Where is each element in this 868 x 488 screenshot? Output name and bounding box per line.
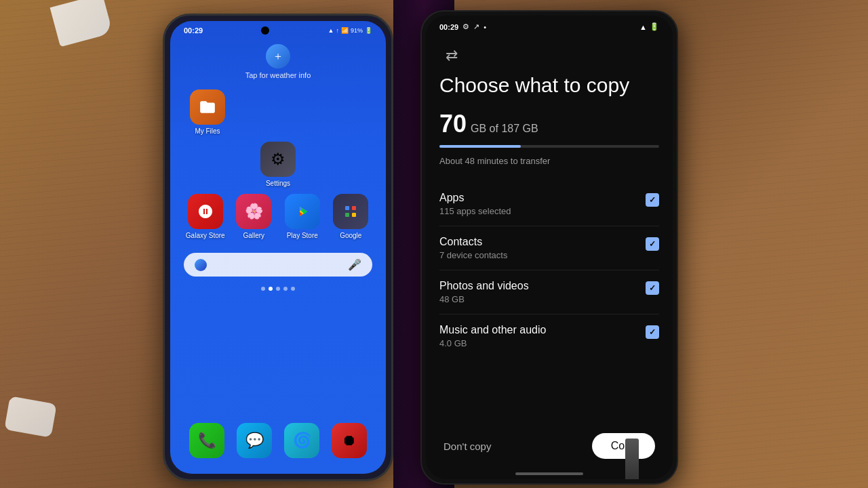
my-files-label: My Files	[195, 127, 220, 135]
weather-widget[interactable]: ＋ Tap for weather info	[170, 44, 386, 79]
camera-punch-hole	[261, 26, 269, 35]
copy-content: Choose what to copy 70 GB of 187 GB Abou…	[426, 73, 673, 358]
copy-item-apps[interactable]: Apps 115 apps selected	[439, 182, 659, 226]
svg-rect-2	[345, 213, 349, 217]
photos-checkbox[interactable]	[646, 281, 659, 295]
right-dot-icon: •	[484, 23, 486, 31]
google-label: Google	[340, 232, 361, 239]
dock: 📞 💬 🌀 ⏺	[170, 418, 386, 464]
left-phone-screen: 00:29 ▲ ↑ 📶 91% 🔋 ＋ Tap for weather info	[170, 21, 386, 474]
right-status-bar: 00:29 ⚙ ↗ • ▲ 🔋	[426, 16, 673, 35]
left-phone: 00:29 ▲ ↑ 📶 91% 🔋 ＋ Tap for weather info	[163, 14, 393, 481]
dock-messages[interactable]: 💬	[237, 423, 272, 458]
copy-item-apps-name: Apps	[439, 192, 511, 204]
app-settings[interactable]: ⚙ Settings	[254, 142, 302, 187]
left-status-time: 00:29	[184, 26, 203, 35]
copy-item-music-sub: 4.0 GB	[439, 338, 546, 348]
copy-item-contacts-sub: 7 device contacts	[439, 250, 507, 260]
app-galaxy-store[interactable]: Galaxy Store	[184, 194, 227, 239]
app-gallery[interactable]: 🌸 Gallery	[233, 194, 276, 239]
gallery-label: Gallery	[243, 232, 264, 239]
svg-rect-1	[352, 206, 356, 210]
mic-icon: 🎤	[348, 258, 361, 271]
page-dot-2	[269, 287, 273, 291]
progress-bar-fill	[439, 145, 521, 148]
svg-rect-0	[345, 206, 349, 210]
weather-icon: ＋	[266, 44, 290, 68]
dock-phone[interactable]: 📞	[189, 423, 224, 458]
copy-item-photos-sub: 48 GB	[439, 294, 529, 304]
app-grid-top: My Files	[170, 79, 386, 138]
left-status-bar: 00:29 ▲ ↑ 📶 91% 🔋	[170, 21, 386, 37]
copy-button[interactable]: Copy	[592, 433, 655, 459]
page-dot-4	[283, 287, 288, 291]
copy-title: Choose what to copy	[439, 73, 659, 98]
storage-row: 70 GB of 187 GB	[439, 110, 659, 138]
play-store-label: Play Store	[287, 232, 318, 239]
page-dot-3	[276, 287, 280, 291]
copy-item-photos[interactable]: Photos and videos 48 GB	[439, 270, 659, 314]
transfer-icon: ⇄	[439, 43, 464, 68]
progress-bar	[439, 145, 659, 148]
copy-item-photos-text: Photos and videos 48 GB	[439, 280, 529, 304]
copy-item-apps-text: Apps 115 apps selected	[439, 192, 511, 216]
settings-label: Settings	[266, 180, 290, 187]
gesture-bar	[515, 472, 583, 475]
transfer-icon-wrap: ⇄	[426, 35, 673, 73]
app-google[interactable]: Google	[330, 194, 373, 239]
gallery-icon: 🌸	[236, 194, 271, 229]
galaxy-store-icon	[188, 194, 223, 229]
play-store-icon	[285, 194, 320, 229]
svg-rect-3	[352, 213, 356, 217]
right-status-right: ▲ 🔋	[639, 22, 659, 31]
copy-item-music-text: Music and other audio 4.0 GB	[439, 324, 546, 348]
wifi-icon: ▲	[639, 23, 647, 31]
app-grid-mid: ⚙ Settings	[170, 138, 386, 190]
right-phone-screen: 00:29 ⚙ ↗ • ▲ 🔋 ⇄ Choose what to copy 70…	[426, 16, 673, 479]
dock-samsung-pass[interactable]: 🌀	[284, 423, 319, 458]
right-phone: 00:29 ⚙ ↗ • ▲ 🔋 ⇄ Choose what to copy 70…	[420, 10, 678, 485]
page-dot-5	[291, 287, 295, 291]
copy-item-contacts-text: Contacts 7 device contacts	[439, 236, 507, 260]
right-status-left: 00:29 ⚙ ↗ •	[439, 22, 486, 31]
copy-item-apps-sub: 115 apps selected	[439, 206, 511, 216]
storage-unit: GB of 187 GB	[471, 123, 538, 135]
dont-copy-button[interactable]: Don't copy	[443, 441, 491, 452]
copy-item-music-name: Music and other audio	[439, 324, 546, 336]
search-bar[interactable]: 🎤	[184, 253, 372, 277]
right-arrow-icon: ↗	[473, 22, 479, 31]
copy-item-photos-name: Photos and videos	[439, 280, 529, 292]
app-grid-bottom: Galaxy Store 🌸 Gallery	[170, 190, 386, 243]
battery-icon: 🔋	[650, 22, 659, 31]
storage-amount: 70	[439, 110, 467, 138]
google-icon	[333, 194, 368, 229]
my-files-icon	[190, 89, 225, 125]
dock-screen-rec[interactable]: ⏺	[332, 423, 367, 458]
settings-icon: ⚙	[260, 142, 296, 177]
app-play-store[interactable]: Play Store	[281, 194, 324, 239]
usb-cable	[625, 439, 639, 479]
galaxy-store-label: Galaxy Store	[186, 232, 225, 239]
page-dot-1	[261, 287, 265, 291]
right-settings-icon: ⚙	[462, 22, 469, 31]
copy-item-contacts[interactable]: Contacts 7 device contacts	[439, 226, 659, 270]
weather-label: Tap for weather info	[170, 71, 386, 79]
page-dots	[170, 287, 386, 291]
copy-item-music[interactable]: Music and other audio 4.0 GB	[439, 314, 659, 358]
app-my-files[interactable]: My Files	[184, 89, 231, 135]
transfer-time: About 48 minutes to transfer	[439, 156, 659, 166]
contacts-checkbox[interactable]	[646, 237, 659, 251]
left-status-icons: ▲ ↑ 📶 91% 🔋	[328, 27, 372, 34]
copy-item-contacts-name: Contacts	[439, 236, 507, 248]
google-dot-icon	[195, 259, 207, 271]
apps-checkbox[interactable]	[646, 193, 659, 207]
right-status-time: 00:29	[439, 23, 458, 31]
music-checkbox[interactable]	[646, 325, 659, 339]
